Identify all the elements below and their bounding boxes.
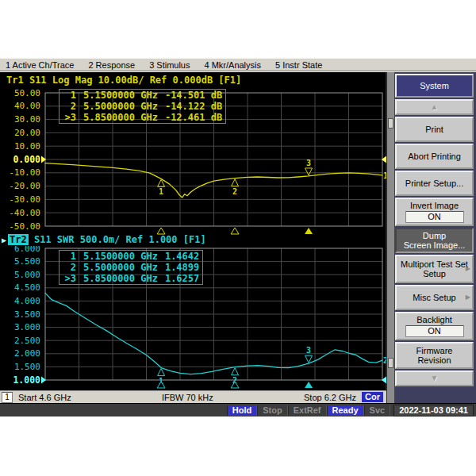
softkey-label: Dump — [423, 231, 446, 240]
svg-text:4.500: 4.500 — [14, 282, 40, 293]
svg-text:30.00: 30.00 — [14, 114, 40, 125]
svg-text:-30.00: -30.00 — [9, 194, 40, 205]
ready-status-badge: Ready — [327, 405, 364, 416]
stop-frequency-label: Stop 6.2 GHz — [304, 393, 356, 402]
softkey-abort-printing[interactable]: Abort Printing — [395, 144, 474, 169]
stop-status-label: Stop — [257, 405, 287, 416]
backlight-state: ON — [405, 325, 464, 337]
svg-text:3.500: 3.500 — [14, 309, 40, 320]
extref-status-label: ExtRef — [288, 405, 327, 416]
softkey-label: Misc Setup — [413, 293, 455, 302]
marker-row: >35.8500000 GHz1.6257 — [63, 273, 199, 284]
softkey-scroll-up-button[interactable]: ▲ — [395, 99, 474, 115]
hold-status-badge: Hold — [227, 405, 257, 416]
correction-status-badge: Cor — [362, 392, 383, 402]
svc-status-label: Svc — [364, 405, 391, 416]
trace1-format-label: S11 Log Mag 10.00dB/ Ref 0.000dB [F1] — [24, 75, 242, 86]
svg-text:20.00: 20.00 — [14, 128, 40, 138]
svg-text:-50.00: -50.00 — [9, 221, 40, 232]
menu-item-active-ch-trace[interactable]: 1 Active Ch/Trace — [6, 60, 74, 70]
svg-text:50.00: 50.00 — [14, 88, 40, 98]
svg-text:4.000: 4.000 — [14, 296, 40, 306]
menu-item-instr-state[interactable]: 5 Instr State — [275, 60, 322, 70]
marker-row: 15.1500000 GHz1.4642 — [63, 251, 199, 262]
trace1-marker-readout: 15.1500000 GHz-14.501 dB25.5000000 GHz-1… — [59, 89, 226, 124]
softkey-firmware-revision[interactable]: Firmware Revision — [395, 342, 474, 369]
softkey-label: Multiport Test Set — [401, 259, 468, 269]
trace-display-area: Tr1 S11 Log Mag 10.00dB/ Ref 0.000dB [F1… — [0, 72, 386, 403]
softkey-label: Abort Printing — [408, 152, 461, 161]
menu-item-response[interactable]: 2 Response — [88, 60, 135, 70]
svg-text:2.000: 2.000 — [14, 348, 40, 359]
trace2-marker-readout: 15.1500000 GHz1.464225.5000000 GHz1.4899… — [59, 250, 203, 285]
stimulus-status-bar: 1 Start 4.6 GHz IFBW 70 kHz Stop 6.2 GHz… — [0, 390, 386, 403]
trace1-header[interactable]: Tr1 S11 Log Mag 10.00dB/ Ref 0.000dB [F1… — [6, 75, 241, 86]
instrument-state-bar: Hold Stop ExtRef Ready Svc 2022-11-03 09… — [0, 403, 476, 416]
svg-text:2: 2 — [232, 187, 237, 196]
marker-row: 25.5000000 GHz1.4899 — [63, 262, 199, 273]
softkey-print[interactable]: Print — [395, 117, 474, 142]
svg-text:5.000: 5.000 — [14, 270, 40, 280]
marker-row: 25.5000000 GHz-14.122 dB — [63, 101, 222, 112]
trace1-name: Tr1 — [6, 75, 24, 86]
svg-text:1.500: 1.500 — [14, 362, 40, 372]
softkey-dump-screen-image[interactable]: Dump Screen Image... — [395, 228, 474, 253]
softkey-label: Printer Setup... — [405, 178, 463, 188]
submenu-arrow-icon: ▶ — [466, 293, 470, 302]
invert-image-state: ON — [405, 211, 464, 223]
marker-row: 15.1500000 GHz-14.501 dB — [63, 90, 222, 101]
svg-text:-40.00: -40.00 — [9, 208, 40, 218]
scroll-thumb-bottom — [388, 358, 393, 368]
softkey-scroll-down-button[interactable]: ▼ — [395, 370, 474, 386]
softkey-multiport-test-set-setup[interactable]: Multiport Test Set Setup ▶ — [395, 255, 474, 283]
svg-text:10.00: 10.00 — [14, 141, 40, 152]
svg-text:3: 3 — [306, 346, 311, 355]
svg-text:3: 3 — [306, 159, 311, 167]
softkey-label: System — [420, 81, 449, 90]
channel-number-badge: 1 — [2, 392, 13, 403]
active-trace-arrow-icon: ▶ — [2, 236, 6, 244]
softkey-label: Revision — [417, 355, 451, 365]
menu-item-stimulus[interactable]: 3 Stimulus — [149, 60, 190, 70]
trace2-name: Tr2 — [8, 234, 29, 245]
softkey-sidebar: System ▲ Print Abort Printing Printer Se… — [386, 72, 476, 403]
softkey-misc-setup[interactable]: Misc Setup ▶ — [395, 285, 474, 310]
softkey-printer-setup[interactable]: Printer Setup... — [395, 171, 474, 196]
svg-text:2.500: 2.500 — [14, 336, 40, 346]
svg-text:5.500: 5.500 — [14, 256, 40, 267]
up-arrow-icon: ▲ — [431, 102, 439, 112]
svg-text:3.000: 3.000 — [14, 322, 40, 332]
softkey-label: Backlight — [416, 315, 452, 324]
menu-item-mkr-analysis[interactable]: 4 Mkr/Analysis — [204, 60, 261, 70]
marker-row: >35.8500000 GHz-12.461 dB — [63, 112, 222, 123]
svg-text:1: 1 — [159, 187, 163, 196]
datetime-display: 2022-11-03 09:41 — [393, 405, 474, 416]
ifbw-label: IFBW 70 kHz — [71, 393, 304, 402]
softkey-system[interactable]: System — [395, 74, 474, 98]
start-frequency-label: Start 4.6 GHz — [18, 393, 71, 402]
trace2-header[interactable]: ▶Tr2 S11 SWR 500.0m/ Ref 1.000 [F1] — [2, 234, 206, 245]
down-arrow-icon: ▼ — [431, 374, 439, 383]
softkey-column: System ▲ Print Abort Printing Printer Se… — [394, 72, 476, 403]
trace2-format-label: S11 SWR 500.0m/ Ref 1.000 [F1] — [29, 234, 206, 245]
softkey-backlight[interactable]: Backlight ON — [395, 312, 474, 340]
menu-bar: 1 Active Ch/Trace 2 Response 3 Stimulus … — [0, 58, 476, 71]
svg-text:-10.00: -10.00 — [9, 167, 40, 178]
svg-text:1.000: 1.000 — [13, 374, 40, 386]
softkey-label: Screen Image... — [404, 240, 466, 250]
submenu-arrow-icon: ▶ — [466, 264, 470, 274]
softkey-invert-image[interactable]: Invert Image ON — [395, 198, 474, 226]
softkey-label: Invert Image — [410, 201, 459, 210]
scroll-thumb-top — [388, 118, 393, 129]
svg-text:-20.00: -20.00 — [9, 181, 40, 191]
svg-text:0.000: 0.000 — [13, 154, 40, 165]
svg-text:40.00: 40.00 — [14, 101, 40, 111]
softkey-label: Firmware — [416, 346, 453, 355]
softkey-label: Setup — [423, 269, 446, 278]
softkey-scroll-indicator — [386, 72, 394, 403]
instrument-screen: Tr1 S11 Log Mag 10.00dB/ Ref 0.000dB [F1… — [0, 72, 476, 403]
svg-text:6.000: 6.000 — [14, 246, 40, 254]
softkey-label: Print — [425, 125, 443, 134]
